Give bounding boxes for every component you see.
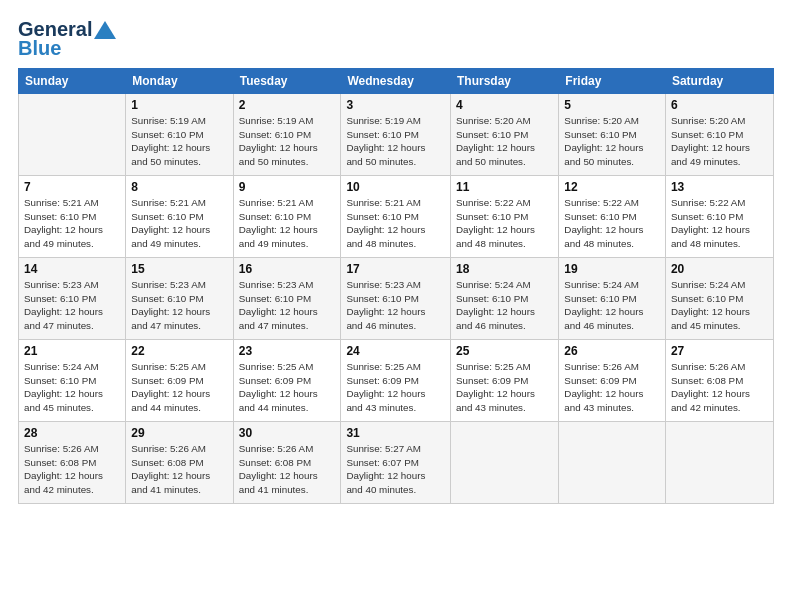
day-info: Sunrise: 5:19 AM Sunset: 6:10 PM Dayligh… <box>239 114 336 168</box>
page: General Blue SundayMondayTuesdayWednesda… <box>0 0 792 612</box>
day-info: Sunrise: 5:20 AM Sunset: 6:10 PM Dayligh… <box>456 114 553 168</box>
calendar-cell: 21Sunrise: 5:24 AM Sunset: 6:10 PM Dayli… <box>19 340 126 422</box>
day-info: Sunrise: 5:21 AM Sunset: 6:10 PM Dayligh… <box>239 196 336 250</box>
day-number: 12 <box>564 180 660 194</box>
day-number: 15 <box>131 262 227 276</box>
day-number: 5 <box>564 98 660 112</box>
day-info: Sunrise: 5:23 AM Sunset: 6:10 PM Dayligh… <box>239 278 336 332</box>
calendar-cell: 20Sunrise: 5:24 AM Sunset: 6:10 PM Dayli… <box>665 258 773 340</box>
day-info: Sunrise: 5:21 AM Sunset: 6:10 PM Dayligh… <box>131 196 227 250</box>
calendar-cell: 5Sunrise: 5:20 AM Sunset: 6:10 PM Daylig… <box>559 94 666 176</box>
day-number: 10 <box>346 180 445 194</box>
calendar-cell: 6Sunrise: 5:20 AM Sunset: 6:10 PM Daylig… <box>665 94 773 176</box>
logo-icon <box>94 19 116 41</box>
day-info: Sunrise: 5:22 AM Sunset: 6:10 PM Dayligh… <box>671 196 768 250</box>
day-number: 28 <box>24 426 120 440</box>
weekday-header-wednesday: Wednesday <box>341 69 451 94</box>
day-info: Sunrise: 5:24 AM Sunset: 6:10 PM Dayligh… <box>671 278 768 332</box>
week-row-5: 28Sunrise: 5:26 AM Sunset: 6:08 PM Dayli… <box>19 422 774 504</box>
day-number: 23 <box>239 344 336 358</box>
day-info: Sunrise: 5:26 AM Sunset: 6:08 PM Dayligh… <box>24 442 120 496</box>
day-info: Sunrise: 5:27 AM Sunset: 6:07 PM Dayligh… <box>346 442 445 496</box>
day-number: 25 <box>456 344 553 358</box>
logo-blue: Blue <box>18 37 61 60</box>
calendar-cell: 9Sunrise: 5:21 AM Sunset: 6:10 PM Daylig… <box>233 176 341 258</box>
day-info: Sunrise: 5:19 AM Sunset: 6:10 PM Dayligh… <box>346 114 445 168</box>
calendar-cell <box>665 422 773 504</box>
weekday-header-friday: Friday <box>559 69 666 94</box>
weekday-header-row: SundayMondayTuesdayWednesdayThursdayFrid… <box>19 69 774 94</box>
calendar-cell: 10Sunrise: 5:21 AM Sunset: 6:10 PM Dayli… <box>341 176 451 258</box>
calendar-cell: 1Sunrise: 5:19 AM Sunset: 6:10 PM Daylig… <box>126 94 233 176</box>
week-row-4: 21Sunrise: 5:24 AM Sunset: 6:10 PM Dayli… <box>19 340 774 422</box>
day-info: Sunrise: 5:23 AM Sunset: 6:10 PM Dayligh… <box>131 278 227 332</box>
day-info: Sunrise: 5:22 AM Sunset: 6:10 PM Dayligh… <box>456 196 553 250</box>
day-info: Sunrise: 5:26 AM Sunset: 6:08 PM Dayligh… <box>239 442 336 496</box>
day-info: Sunrise: 5:25 AM Sunset: 6:09 PM Dayligh… <box>456 360 553 414</box>
calendar-cell: 27Sunrise: 5:26 AM Sunset: 6:08 PM Dayli… <box>665 340 773 422</box>
day-number: 18 <box>456 262 553 276</box>
calendar-cell: 30Sunrise: 5:26 AM Sunset: 6:08 PM Dayli… <box>233 422 341 504</box>
day-info: Sunrise: 5:22 AM Sunset: 6:10 PM Dayligh… <box>564 196 660 250</box>
day-info: Sunrise: 5:21 AM Sunset: 6:10 PM Dayligh… <box>346 196 445 250</box>
calendar-table: SundayMondayTuesdayWednesdayThursdayFrid… <box>18 68 774 504</box>
calendar-cell: 7Sunrise: 5:21 AM Sunset: 6:10 PM Daylig… <box>19 176 126 258</box>
day-number: 21 <box>24 344 120 358</box>
calendar-cell: 19Sunrise: 5:24 AM Sunset: 6:10 PM Dayli… <box>559 258 666 340</box>
week-row-1: 1Sunrise: 5:19 AM Sunset: 6:10 PM Daylig… <box>19 94 774 176</box>
day-info: Sunrise: 5:23 AM Sunset: 6:10 PM Dayligh… <box>24 278 120 332</box>
calendar-cell: 18Sunrise: 5:24 AM Sunset: 6:10 PM Dayli… <box>451 258 559 340</box>
calendar-cell: 14Sunrise: 5:23 AM Sunset: 6:10 PM Dayli… <box>19 258 126 340</box>
day-number: 9 <box>239 180 336 194</box>
day-info: Sunrise: 5:26 AM Sunset: 6:09 PM Dayligh… <box>564 360 660 414</box>
day-info: Sunrise: 5:19 AM Sunset: 6:10 PM Dayligh… <box>131 114 227 168</box>
day-number: 13 <box>671 180 768 194</box>
calendar-cell: 4Sunrise: 5:20 AM Sunset: 6:10 PM Daylig… <box>451 94 559 176</box>
logo: General Blue <box>18 18 116 60</box>
day-number: 2 <box>239 98 336 112</box>
weekday-header-tuesday: Tuesday <box>233 69 341 94</box>
weekday-header-monday: Monday <box>126 69 233 94</box>
calendar-cell: 3Sunrise: 5:19 AM Sunset: 6:10 PM Daylig… <box>341 94 451 176</box>
calendar-cell: 8Sunrise: 5:21 AM Sunset: 6:10 PM Daylig… <box>126 176 233 258</box>
day-info: Sunrise: 5:24 AM Sunset: 6:10 PM Dayligh… <box>564 278 660 332</box>
day-number: 8 <box>131 180 227 194</box>
day-info: Sunrise: 5:25 AM Sunset: 6:09 PM Dayligh… <box>346 360 445 414</box>
day-info: Sunrise: 5:23 AM Sunset: 6:10 PM Dayligh… <box>346 278 445 332</box>
day-number: 4 <box>456 98 553 112</box>
calendar-cell: 25Sunrise: 5:25 AM Sunset: 6:09 PM Dayli… <box>451 340 559 422</box>
day-info: Sunrise: 5:26 AM Sunset: 6:08 PM Dayligh… <box>671 360 768 414</box>
day-number: 3 <box>346 98 445 112</box>
day-info: Sunrise: 5:21 AM Sunset: 6:10 PM Dayligh… <box>24 196 120 250</box>
day-info: Sunrise: 5:25 AM Sunset: 6:09 PM Dayligh… <box>131 360 227 414</box>
day-number: 16 <box>239 262 336 276</box>
calendar-cell: 22Sunrise: 5:25 AM Sunset: 6:09 PM Dayli… <box>126 340 233 422</box>
svg-marker-0 <box>94 21 116 39</box>
calendar-cell: 26Sunrise: 5:26 AM Sunset: 6:09 PM Dayli… <box>559 340 666 422</box>
calendar-cell: 17Sunrise: 5:23 AM Sunset: 6:10 PM Dayli… <box>341 258 451 340</box>
day-info: Sunrise: 5:24 AM Sunset: 6:10 PM Dayligh… <box>456 278 553 332</box>
calendar-cell: 29Sunrise: 5:26 AM Sunset: 6:08 PM Dayli… <box>126 422 233 504</box>
day-number: 14 <box>24 262 120 276</box>
day-info: Sunrise: 5:20 AM Sunset: 6:10 PM Dayligh… <box>564 114 660 168</box>
calendar-cell: 11Sunrise: 5:22 AM Sunset: 6:10 PM Dayli… <box>451 176 559 258</box>
calendar-cell: 2Sunrise: 5:19 AM Sunset: 6:10 PM Daylig… <box>233 94 341 176</box>
day-number: 30 <box>239 426 336 440</box>
calendar-cell <box>19 94 126 176</box>
calendar-cell: 16Sunrise: 5:23 AM Sunset: 6:10 PM Dayli… <box>233 258 341 340</box>
week-row-2: 7Sunrise: 5:21 AM Sunset: 6:10 PM Daylig… <box>19 176 774 258</box>
day-number: 20 <box>671 262 768 276</box>
day-number: 19 <box>564 262 660 276</box>
day-number: 29 <box>131 426 227 440</box>
calendar-cell: 31Sunrise: 5:27 AM Sunset: 6:07 PM Dayli… <box>341 422 451 504</box>
day-number: 31 <box>346 426 445 440</box>
calendar-cell: 13Sunrise: 5:22 AM Sunset: 6:10 PM Dayli… <box>665 176 773 258</box>
weekday-header-saturday: Saturday <box>665 69 773 94</box>
day-number: 11 <box>456 180 553 194</box>
day-number: 24 <box>346 344 445 358</box>
day-number: 1 <box>131 98 227 112</box>
weekday-header-sunday: Sunday <box>19 69 126 94</box>
day-number: 26 <box>564 344 660 358</box>
day-info: Sunrise: 5:20 AM Sunset: 6:10 PM Dayligh… <box>671 114 768 168</box>
day-number: 6 <box>671 98 768 112</box>
